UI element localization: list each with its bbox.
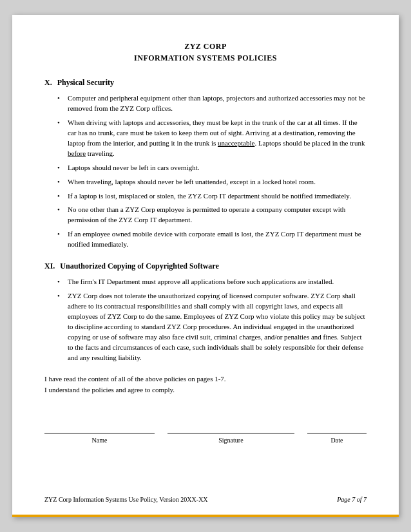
acknowledgment-line2: I understand the policies and agree to c… bbox=[44, 385, 367, 396]
section-x-bullets: Computer and peripheral equipment other … bbox=[44, 93, 367, 250]
document-page: ZYZ CORP INFORMATION SYSTEMS POLICIES X.… bbox=[12, 15, 399, 517]
signature-section: Name Signature Date bbox=[44, 422, 367, 445]
section-x-title: Physical Security bbox=[57, 77, 114, 88]
bullet-x-3: Laptops should never be left in cars ove… bbox=[57, 163, 367, 173]
underline-before: before bbox=[68, 149, 86, 157]
bullet-x-7: If an employee owned mobile device with … bbox=[57, 229, 367, 250]
header-line2: INFORMATION SYSTEMS POLICIES bbox=[44, 52, 367, 64]
signature-line bbox=[167, 422, 294, 433]
acknowledgment-line1: I have read the content of all of the ab… bbox=[44, 374, 367, 385]
footer-page: Page 7 of 7 bbox=[337, 495, 367, 504]
header-line1: ZYZ CORP bbox=[44, 41, 367, 52]
footer-version: ZYZ Corp Information Systems Use Policy,… bbox=[44, 495, 208, 504]
date-field: Date bbox=[307, 422, 367, 445]
bullet-xi-1: The firm's IT Department must approve al… bbox=[57, 277, 367, 287]
bullet-xi-2: ZYZ Corp does not tolerate the unauthori… bbox=[57, 291, 367, 363]
section-xi-title: Unauthorized Copying of Copyrighted Soft… bbox=[60, 260, 218, 272]
bullet-x-6: No one other than a ZYZ Corp employee is… bbox=[57, 205, 367, 225]
section-xi-number: XI. bbox=[44, 260, 55, 272]
bullet-x-1: Computer and peripheral equipment other … bbox=[57, 93, 367, 114]
section-xi-heading: XI. Unauthorized Copying of Copyrighted … bbox=[44, 260, 367, 272]
name-label: Name bbox=[91, 435, 107, 445]
acknowledgment-text: I have read the content of all of the ab… bbox=[44, 374, 367, 396]
date-label: Date bbox=[331, 435, 343, 445]
bullet-x-2: When driving with laptops and accessorie… bbox=[57, 118, 367, 159]
bullet-x-4: When traveling, laptops should never be … bbox=[57, 177, 367, 187]
name-line bbox=[44, 422, 155, 433]
document-header: ZYZ CORP INFORMATION SYSTEMS POLICIES bbox=[44, 41, 367, 64]
section-physical-security: X. Physical Security Computer and periph… bbox=[44, 77, 367, 250]
section-x-heading: X. Physical Security bbox=[44, 77, 367, 88]
bullet-x-5: If a laptop is lost, misplaced or stolen… bbox=[57, 191, 367, 202]
bottom-border-decoration bbox=[12, 515, 399, 517]
section-copyright: XI. Unauthorized Copying of Copyrighted … bbox=[44, 260, 367, 363]
date-line bbox=[307, 422, 367, 433]
document-footer: ZYZ Corp Information Systems Use Policy,… bbox=[44, 495, 367, 504]
name-field: Name bbox=[44, 422, 155, 445]
underline-unacceptable: unacceptable bbox=[218, 139, 254, 147]
signature-field: Signature bbox=[167, 422, 294, 445]
section-xi-bullets: The firm's IT Department must approve al… bbox=[44, 277, 367, 363]
signature-label: Signature bbox=[218, 435, 243, 445]
section-x-number: X. bbox=[44, 77, 52, 88]
